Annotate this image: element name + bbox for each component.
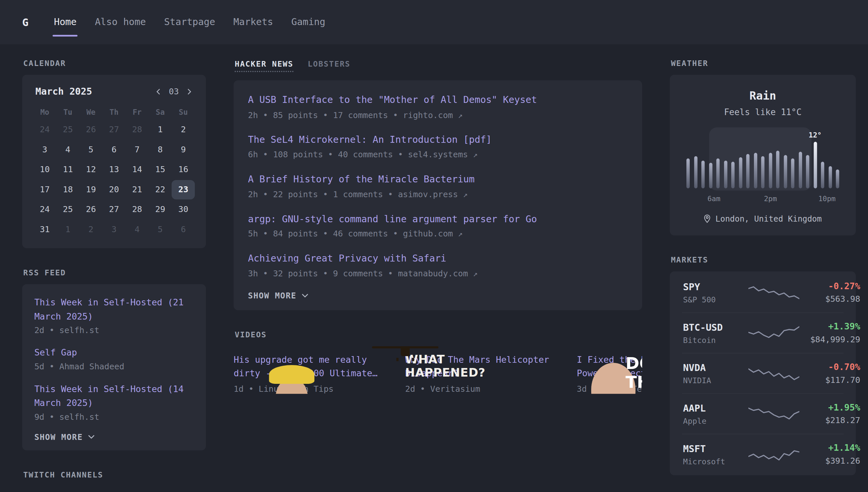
calendar-day[interactable]: 6 [172,220,195,239]
calendar-day[interactable]: 25 [56,200,79,219]
weather-bar [724,161,727,188]
rss-item: Self Gap5d • Ahmad Shadeed [34,346,194,372]
calendar-day[interactable]: 4 [126,220,149,239]
calendar-day[interactable]: 26 [79,120,103,140]
calendar-day[interactable]: 14 [126,160,149,179]
calendar-day[interactable]: 16 [172,160,195,179]
news-story-source-link[interactable]: matanabudy.com ↗ [398,268,478,278]
rss-item-link[interactable]: This Week in Self-Hosted (21 March 2025) [34,295,194,323]
calendar-next-icon[interactable] [186,88,193,95]
news-story: The SeL4 Microkernel: An Introduction [p… [248,132,628,159]
calendar-day[interactable]: 8 [149,140,172,159]
news-story-source-link[interactable]: github.com ↗ [403,229,463,239]
calendar-day[interactable]: 2 [79,220,103,239]
video-card: YUCK↙His upgrade got me really dirty - A… [234,346,397,394]
news-story-link[interactable]: The SeL4 Microkernel: An Introduction [p… [248,132,628,147]
calendar-day[interactable]: 21 [126,180,149,199]
market-name: Apple [683,416,748,425]
videos-carousel: YUCK↙His upgrade got me really dirty - A… [234,346,642,394]
calendar-day[interactable]: 15 [149,160,172,179]
calendar-day[interactable]: 7 [126,140,149,159]
calendar-day[interactable]: 12 [79,160,103,179]
calendar-day[interactable]: 1 [149,120,172,140]
calendar-day[interactable]: 27 [103,120,126,140]
calendar-day[interactable]: 13 [103,160,126,179]
calendar-day[interactable]: 28 [126,120,149,140]
market-ticker: SPY [683,281,748,292]
app-logo[interactable]: G [22,16,28,28]
calendar-section-title: CALENDAR [23,59,206,68]
calendar-day[interactable]: 4 [56,140,79,159]
market-row[interactable]: AAPLApple+1.95%$218.27 [682,393,844,434]
market-row[interactable]: SPYS&P 500-0.27%$563.98 [682,272,844,312]
videos-section-title: VIDEOS [235,330,642,339]
calendar-day[interactable]: 31 [33,220,56,239]
news-story-link[interactable]: argp: GNU-style command line argument pa… [248,212,628,226]
news-story-link[interactable]: Achieving Great Privacy with Safari [248,252,628,266]
market-price: $218.27 [799,416,861,425]
calendar-day[interactable]: 30 [172,200,195,219]
nav-tab-gaming[interactable]: Gaming [291,0,325,44]
calendar-day[interactable]: 10 [33,160,56,179]
rss-item: This Week in Self-Hosted (21 March 2025)… [34,295,194,335]
news-show-more-button[interactable]: SHOW MORE [248,291,308,300]
calendar-day[interactable]: 1 [56,220,79,239]
hacker-news-widget: A USB Interface to the "Mother of All De… [234,80,642,310]
calendar-day[interactable]: 17 [33,180,56,199]
calendar-day[interactable]: 25 [56,120,79,140]
nav-tab-also-home[interactable]: Also home [95,0,146,44]
rss-item: This Week in Self-Hosted (14 March 2025)… [34,382,194,422]
calendar-day[interactable]: 20 [103,180,126,199]
market-row[interactable]: NVDANVIDIA-0.70%$117.70 [682,353,844,393]
middle-column: HACKER NEWSLOBSTERS A USB Interface to t… [234,59,642,394]
calendar-prev-icon[interactable] [155,88,162,95]
calendar-day-selected[interactable]: 23 [172,180,195,199]
calendar-day[interactable]: 24 [33,200,56,219]
market-name: S&P 500 [683,295,748,304]
weather-bar [731,162,735,189]
nav-tab-home[interactable]: Home [54,0,77,44]
calendar-day[interactable]: 3 [33,140,56,159]
calendar-day[interactable]: 24 [33,120,56,140]
calendar-day[interactable]: 11 [56,160,79,179]
nav-tab-markets[interactable]: Markets [233,0,273,44]
market-row[interactable]: BTC-USDBitcoin+1.39%$84,999.29 [682,312,844,353]
news-story-source-link[interactable]: sel4.systems ↗ [408,150,477,159]
calendar-weekday-label: Th [103,103,126,120]
news-story-source-link[interactable]: asimov.press ↗ [398,189,468,199]
calendar-day[interactable]: 5 [149,220,172,239]
calendar-day[interactable]: 5 [79,140,103,159]
calendar-day[interactable]: 9 [172,140,195,159]
nav-tab-startpage[interactable]: Startpage [164,0,215,44]
markets-widget: SPYS&P 500-0.27%$563.98BTC-USDBitcoin+1.… [670,271,856,475]
calendar-weekday-label: Mo [33,103,56,120]
calendar-day[interactable]: 2 [172,120,195,140]
rss-item-link[interactable]: Self Gap [34,346,194,360]
news-story-link[interactable]: A Brief History of the Miracle Bacterium [248,172,628,186]
news-story: argp: GNU-style command line argument pa… [248,212,628,239]
video-card: DO TH TI Fixed the 5 Power Connect3d • L… [577,346,642,394]
calendar-day[interactable]: 26 [79,200,103,219]
calendar-widget: March 2025 03 MoTuWeThFrSaSu 24252627281… [22,75,206,248]
news-story: A Brief History of the Miracle Bacterium… [248,172,628,199]
calendar-day[interactable]: 19 [79,180,103,199]
calendar-day[interactable]: 6 [103,140,126,159]
news-tab-hacker-news[interactable]: HACKER NEWS [235,59,293,72]
market-values-block: +1.14%$391.26 [799,443,861,466]
calendar-day[interactable]: 28 [126,200,149,219]
calendar-day[interactable]: 18 [56,180,79,199]
market-name: NVIDIA [683,376,748,385]
rss-item-link[interactable]: This Week in Self-Hosted (14 March 2025) [34,382,194,411]
news-tab-lobsters[interactable]: LOBSTERS [308,59,350,72]
calendar-day[interactable]: 29 [149,200,172,219]
news-story-source-link[interactable]: righto.com ↗ [403,110,463,120]
calendar-day[interactable]: 3 [103,220,126,239]
calendar-day[interactable]: 27 [103,200,126,219]
market-values-block: +1.95%$218.27 [799,402,861,426]
market-symbol-block: BTC-USDBitcoin [683,321,748,344]
video-title-link[interactable]: His upgrade got me really dirty - AMD $5… [234,353,397,380]
rss-show-more-button[interactable]: SHOW MORE [34,433,94,442]
market-row[interactable]: MSFTMicrosoft+1.14%$391.26 [682,434,844,474]
news-story-link[interactable]: A USB Interface to the "Mother of All De… [248,93,628,107]
calendar-day[interactable]: 22 [149,180,172,199]
